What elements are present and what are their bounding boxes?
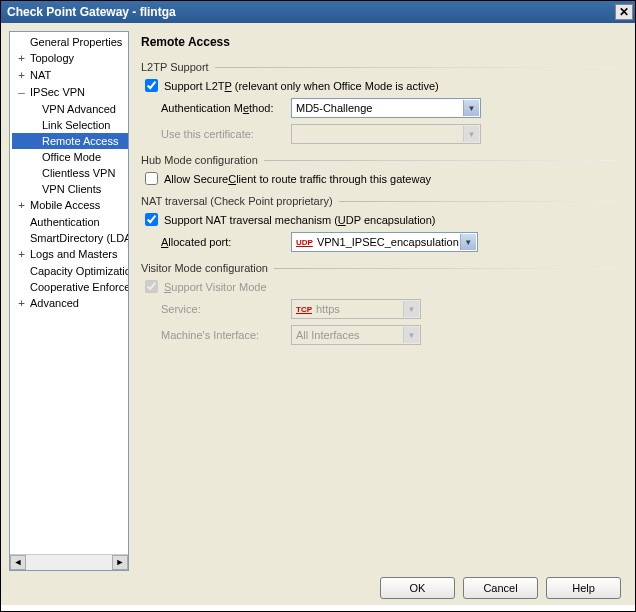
tree-expander-icon[interactable]: – (16, 86, 27, 100)
tree-expander-icon[interactable]: + (16, 199, 27, 213)
tree-item-label: Authentication (30, 216, 100, 228)
tree-item-cooperative-enforcement[interactable]: Cooperative Enforcement (12, 279, 128, 295)
tree-item-general-properties[interactable]: General Properties (12, 34, 128, 50)
allocated-port-label: Allocated port: (161, 236, 291, 248)
content-panel: Remote Access L2TP Support Support L2TP … (137, 31, 627, 571)
tree-item-logs-and-masters[interactable]: +Logs and Masters (12, 246, 128, 263)
tree-item-vpn-clients[interactable]: VPN Clients (12, 181, 128, 197)
tree-item-label: NAT (30, 69, 51, 81)
tree-item-authentication[interactable]: Authentication (12, 214, 128, 230)
allocated-port-select[interactable]: UDP VPN1_IPSEC_encapsulation ▼ (291, 232, 478, 252)
tree-item-label: SmartDirectory (LDAP) (30, 232, 129, 244)
tree-item-clientless-vpn[interactable]: Clientless VPN (12, 165, 128, 181)
section-divider (215, 67, 617, 68)
tree-item-label: Mobile Access (30, 199, 100, 211)
section-divider (339, 201, 617, 202)
support-l2tp-label[interactable]: Support L2TP (relevant only when Office … (164, 80, 439, 92)
button-bar: OK Cancel Help (1, 571, 635, 605)
ok-button[interactable]: OK (380, 577, 455, 599)
tree-item-label: Topology (30, 52, 74, 64)
scroll-right-button[interactable]: ► (112, 555, 128, 570)
section-divider (264, 160, 617, 161)
chevron-down-icon: ▼ (403, 327, 419, 343)
titlebar: Check Point Gateway - flintga ✕ (1, 1, 635, 23)
service-select: TCP https ▼ (291, 299, 421, 319)
cert-select: ▼ (291, 124, 481, 144)
service-label: Service: (161, 303, 291, 315)
tree-expander-icon[interactable]: + (16, 297, 27, 311)
tree-item-vpn-advanced[interactable]: VPN Advanced (12, 101, 128, 117)
close-icon: ✕ (619, 5, 629, 19)
tree-item-nat[interactable]: +NAT (12, 67, 128, 84)
tree-item-mobile-access[interactable]: +Mobile Access (12, 197, 128, 214)
tree-item-advanced[interactable]: +Advanced (12, 295, 128, 312)
tree-item-link-selection[interactable]: Link Selection (12, 117, 128, 133)
cert-label: Use this certificate: (161, 128, 291, 140)
tree-item-label: Link Selection (42, 119, 111, 131)
chevron-down-icon: ▼ (403, 301, 419, 317)
tree-item-label: Cooperative Enforcement (30, 281, 129, 293)
tree-item-capacity-optimization[interactable]: Capacity Optimization (12, 263, 128, 279)
section-title-hub: Hub Mode configuration (141, 154, 264, 166)
section-title-l2tp: L2TP Support (141, 61, 215, 73)
auth-method-select[interactable]: MD5-Challenge ▼ (291, 98, 481, 118)
close-button[interactable]: ✕ (615, 4, 633, 20)
section-nat: NAT traversal (Check Point proprietary) … (141, 195, 617, 252)
tree-item-remote-access[interactable]: Remote Access (12, 133, 128, 149)
window-title: Check Point Gateway - flintga (7, 5, 176, 19)
tree-item-ipsec-vpn[interactable]: –IPSec VPN (12, 84, 128, 101)
help-button[interactable]: Help (546, 577, 621, 599)
tree-item-label: General Properties (30, 36, 122, 48)
cancel-button[interactable]: Cancel (463, 577, 538, 599)
body: General Properties+Topology+NAT–IPSec VP… (1, 23, 635, 571)
support-nat-label[interactable]: Support NAT traversal mechanism (UDP enc… (164, 214, 435, 226)
tree-scrollbar[interactable]: ◄ ► (10, 554, 128, 570)
support-l2tp-checkbox[interactable] (145, 79, 158, 92)
tree-item-label: VPN Advanced (42, 103, 116, 115)
iface-label: Machine's Interface: (161, 329, 291, 341)
section-hub: Hub Mode configuration Allow SecureClien… (141, 154, 617, 185)
tree-expander-icon[interactable]: + (16, 69, 27, 83)
allow-secureclient-label[interactable]: Allow SecureClient to route traffic thro… (164, 173, 431, 185)
support-visitor-label: Support Visitor Mode (164, 281, 267, 293)
tree-item-label: Remote Access (42, 135, 118, 147)
tree-item-office-mode[interactable]: Office Mode (12, 149, 128, 165)
nav-tree[interactable]: General Properties+Topology+NAT–IPSec VP… (9, 31, 129, 571)
page-title: Remote Access (141, 35, 617, 49)
chevron-down-icon: ▼ (463, 100, 479, 116)
tcp-proto-badge: TCP (296, 305, 312, 314)
section-visitor: Visitor Mode configuration Support Visit… (141, 262, 617, 345)
tree-item-label: Office Mode (42, 151, 101, 163)
tree-item-label: Advanced (30, 297, 79, 309)
tree-expander-icon[interactable]: + (16, 52, 27, 66)
tree-item-topology[interactable]: +Topology (12, 50, 128, 67)
scroll-left-button[interactable]: ◄ (10, 555, 26, 570)
chevron-down-icon: ▼ (460, 234, 476, 250)
tree-expander-icon[interactable]: + (16, 248, 27, 262)
tree-item-label: Logs and Masters (30, 248, 117, 260)
tree-item-label: Capacity Optimization (30, 265, 129, 277)
tree-item-label: VPN Clients (42, 183, 101, 195)
section-divider (274, 268, 617, 269)
tree-item-label: IPSec VPN (30, 86, 85, 98)
tree-item-smartdirectory-ldap-[interactable]: SmartDirectory (LDAP) (12, 230, 128, 246)
support-nat-checkbox[interactable] (145, 213, 158, 226)
support-visitor-checkbox (145, 280, 158, 293)
tree-item-label: Clientless VPN (42, 167, 115, 179)
chevron-down-icon: ▼ (463, 126, 479, 142)
iface-select: All Interfaces ▼ (291, 325, 421, 345)
allow-secureclient-checkbox[interactable] (145, 172, 158, 185)
section-title-nat: NAT traversal (Check Point proprietary) (141, 195, 339, 207)
section-l2tp: L2TP Support Support L2TP (relevant only… (141, 61, 617, 144)
udp-proto-badge: UDP (296, 238, 313, 247)
section-title-visitor: Visitor Mode configuration (141, 262, 274, 274)
auth-method-label: Authentication Method: (161, 102, 291, 114)
